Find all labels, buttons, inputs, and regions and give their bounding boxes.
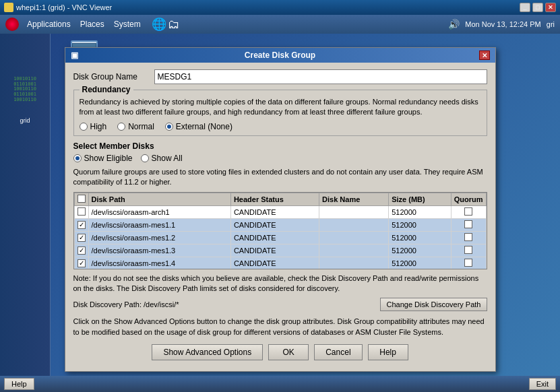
row-quorum-cell[interactable]: [451, 231, 486, 244]
row-name: [319, 231, 389, 244]
desktop: 10010110 01101001 10010110 01101001 1001…: [0, 34, 560, 376]
row-status: CANDIDATE: [230, 205, 319, 218]
show-all-radio[interactable]: Show All: [141, 154, 183, 163]
quorum-note: Quorum failure groups are used to store …: [73, 167, 487, 188]
disk-group-name-input[interactable]: [154, 69, 487, 84]
disk-table-container[interactable]: Disk Path Header Status Disk Name Size (…: [73, 192, 487, 269]
col-size: Size (MB): [389, 193, 452, 205]
row-checkbox[interactable]: ✓: [77, 221, 86, 229]
row-checkbox[interactable]: ✓: [77, 247, 86, 255]
row-size: 512000: [389, 205, 452, 218]
table-header-row: Disk Path Header Status Disk Name Size (…: [74, 193, 486, 205]
show-advanced-button[interactable]: Show Advanced Options: [152, 344, 263, 360]
row-path: /dev/iscsi/oraasm-mes1.3: [88, 244, 230, 257]
row-quorum-cell[interactable]: [451, 257, 486, 269]
row-name: [319, 205, 389, 218]
row-quorum-checkbox[interactable]: [464, 220, 472, 228]
row-checkbox-cell[interactable]: ✓: [74, 257, 88, 269]
table-row: ✓ /dev/iscsi/oraasm-mes1.3 CANDIDATE 512…: [74, 244, 486, 257]
row-name: [319, 218, 389, 231]
radio-high-label: High: [90, 122, 107, 131]
select-all-checkbox[interactable]: [77, 195, 86, 203]
radio-high-circle: [80, 123, 88, 131]
window-controls: _ □ ✕: [520, 3, 556, 12]
disk-group-name-label: Disk Group Name: [73, 72, 154, 81]
col-disk-name: Disk Name: [319, 193, 389, 205]
row-quorum-cell[interactable]: [451, 244, 486, 257]
maximize-button[interactable]: □: [532, 3, 543, 12]
taskbar: Help Exit: [0, 376, 560, 392]
radio-high[interactable]: High: [80, 122, 107, 131]
help-button[interactable]: Help: [4, 378, 34, 390]
show-eligible-circle: [73, 154, 82, 162]
places-menu[interactable]: Places: [76, 18, 108, 30]
radio-external[interactable]: External (None): [165, 122, 232, 131]
row-checkbox[interactable]: ✓: [77, 259, 86, 267]
create-disk-group-dialog: ▣ Create Disk Group ✕ Disk Group Name Re…: [65, 47, 496, 372]
row-size: 512000: [389, 218, 452, 231]
system-menu[interactable]: System: [110, 18, 145, 30]
row-path: /dev/iscsi/oraasm-mes1.1: [88, 218, 230, 231]
row-name: [319, 244, 389, 257]
show-radio-row: Show Eligible Show All: [73, 154, 487, 163]
row-quorum-checkbox[interactable]: [464, 207, 472, 216]
row-quorum-checkbox[interactable]: [464, 259, 472, 267]
row-quorum-checkbox[interactable]: [464, 246, 472, 254]
radio-normal-label: Normal: [128, 122, 154, 131]
minimize-button[interactable]: _: [520, 3, 530, 12]
col-header-status: Header Status: [230, 193, 319, 205]
datetime: Mon Nov 13, 12:24 PM: [465, 20, 541, 28]
vnc-title: whepi1:1 (grid) - VNC Viewer: [16, 3, 520, 11]
cancel-button[interactable]: Cancel: [314, 344, 362, 360]
row-name: [319, 257, 389, 269]
row-size: 512000: [389, 244, 452, 257]
row-quorum-cell[interactable]: [451, 205, 486, 218]
applications-menu[interactable]: Applications: [23, 18, 75, 30]
exit-button[interactable]: Exit: [529, 378, 556, 390]
col-disk-path: Disk Path: [88, 193, 230, 205]
col-check: [74, 193, 88, 205]
disk-table-body: /dev/iscsi/oraasm-arch1 CANDIDATE 512000…: [74, 205, 486, 269]
change-path-button[interactable]: Change Disk Discovery Path: [380, 298, 487, 311]
username: gri: [547, 20, 555, 28]
row-checkbox-cell[interactable]: ✓: [74, 231, 88, 244]
dialog-body: Disk Group Name Redundancy Redundancy is…: [65, 63, 495, 371]
table-row: ✓ /dev/iscsi/oraasm-mes1.2 CANDIDATE 512…: [74, 231, 486, 244]
row-checkbox-cell[interactable]: ✓: [74, 244, 88, 257]
network-icon: 🌐: [152, 17, 166, 32]
dialog-icon: ▣: [71, 51, 82, 60]
advanced-note: Click on the Show Advanced Options butto…: [73, 317, 487, 337]
row-status: CANDIDATE: [230, 244, 319, 257]
table-row: ✓ /dev/iscsi/oraasm-mes1.1 CANDIDATE 512…: [74, 218, 486, 231]
row-checkbox[interactable]: [77, 207, 86, 216]
row-checkbox-cell[interactable]: [74, 205, 88, 218]
dialog-title: Create Disk Group: [82, 51, 479, 60]
dialog-overlay: ▣ Create Disk Group ✕ Disk Group Name Re…: [0, 34, 560, 376]
close-button[interactable]: ✕: [545, 3, 556, 12]
row-quorum-checkbox[interactable]: [464, 233, 472, 241]
dialog-titlebar: ▣ Create Disk Group ✕: [65, 48, 495, 63]
disk-group-name-row: Disk Group Name: [73, 69, 487, 84]
vnc-titlebar: whepi1:1 (grid) - VNC Viewer _ □ ✕: [0, 0, 560, 15]
col-quorum: Quorum: [451, 193, 486, 205]
volume-icon: 🔊: [448, 19, 460, 30]
row-status: CANDIDATE: [230, 218, 319, 231]
radio-normal[interactable]: Normal: [117, 122, 154, 131]
ok-button[interactable]: OK: [268, 344, 309, 360]
button-row: Show Advanced Options OK Cancel Help: [73, 344, 487, 360]
redundancy-description: Redundancy is achieved by storing multip…: [80, 97, 481, 118]
discovery-row: Disk Discovery Path: /dev/iscsi/* Change…: [73, 298, 487, 311]
row-path: /dev/iscsi/oraasm-arch1: [88, 205, 230, 218]
show-eligible-radio[interactable]: Show Eligible: [73, 154, 133, 163]
row-checkbox[interactable]: ✓: [77, 234, 86, 242]
row-quorum-cell[interactable]: [451, 218, 486, 231]
help-dialog-button[interactable]: Help: [368, 344, 408, 360]
row-checkbox-cell[interactable]: ✓: [74, 218, 88, 231]
desktop-bar: Applications Places System 🌐 🗂 🔊 Mon Nov…: [0, 15, 560, 34]
dialog-close-button[interactable]: ✕: [479, 51, 490, 60]
row-path: /dev/iscsi/oraasm-mes1.4: [88, 257, 230, 269]
discovery-path-label: Disk Discovery Path: /dev/iscsi/*: [73, 300, 381, 308]
radio-normal-circle: [117, 123, 125, 131]
row-status: CANDIDATE: [230, 257, 319, 269]
row-size: 512000: [389, 257, 452, 269]
